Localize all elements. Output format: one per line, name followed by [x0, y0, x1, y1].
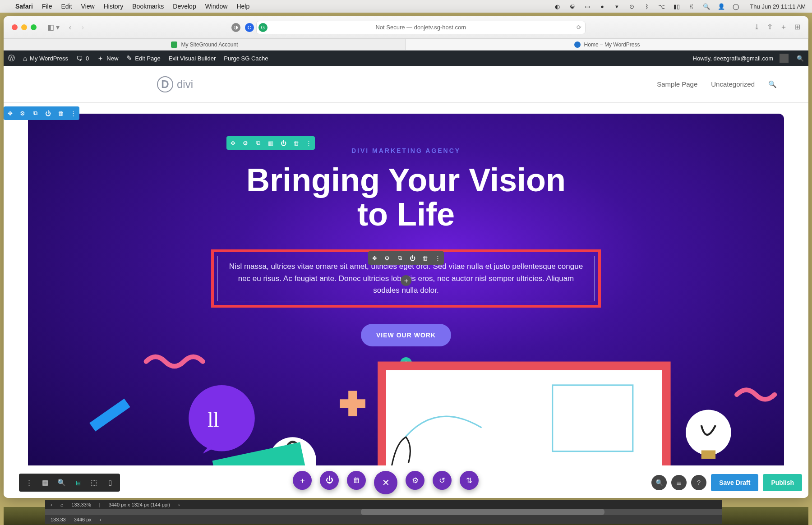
- app-name[interactable]: Safari: [15, 3, 33, 10]
- status-icon[interactable]: ◐: [554, 3, 561, 10]
- ps-scrollbar[interactable]: [45, 509, 722, 515]
- phone-view-icon[interactable]: ▯: [104, 476, 116, 489]
- bluetooth-icon[interactable]: ᛒ: [643, 3, 651, 10]
- window-controls[interactable]: [12, 24, 37, 30]
- wp-site-link[interactable]: ⌂My WordPress: [23, 55, 68, 62]
- move-icon[interactable]: ✥: [226, 136, 239, 150]
- power-icon[interactable]: ⏻: [277, 136, 290, 150]
- tablet-view-icon[interactable]: ⬚: [88, 476, 100, 489]
- menu-history[interactable]: History: [104, 3, 124, 10]
- menu-develop[interactable]: Develop: [173, 3, 196, 10]
- battery-icon[interactable]: ▮▯: [673, 3, 680, 10]
- cta-button[interactable]: VIEW OUR WORK: [361, 324, 451, 346]
- browser-tab[interactable]: Home – My WordPress: [406, 39, 808, 50]
- tab-overview-icon[interactable]: ⊞: [794, 23, 800, 32]
- nav-search-icon[interactable]: 🔍: [768, 80, 777, 88]
- trash-icon[interactable]: 🗑: [54, 106, 67, 120]
- status-icon[interactable]: ☯: [568, 3, 576, 10]
- sidebar-toggle-icon[interactable]: ◧ ▾: [47, 23, 60, 32]
- trash-icon[interactable]: 🗑: [290, 136, 302, 150]
- wp-logo[interactable]: ⓦ: [8, 54, 15, 63]
- trash-icon[interactable]: 🗑: [419, 251, 431, 265]
- duplicate-icon[interactable]: ⧉: [252, 136, 264, 150]
- back-button[interactable]: ‹: [65, 23, 75, 32]
- reload-icon[interactable]: ⟳: [577, 24, 581, 31]
- selected-text-module[interactable]: ✥ ⚙ ⧉ ⏻ 🗑 ⋮ Nisl massa, ultrices vitae o…: [208, 246, 604, 311]
- save-draft-button[interactable]: Save Draft: [711, 474, 758, 491]
- ps-nav-arrow[interactable]: ‹: [51, 502, 52, 507]
- spotlight-icon[interactable]: 🔍: [702, 3, 710, 10]
- builder-power-icon[interactable]: ⏻: [320, 471, 339, 490]
- menubar-datetime[interactable]: Thu Jun 29 11:11 AM: [750, 3, 806, 10]
- add-module-button[interactable]: ＋: [401, 275, 411, 286]
- duplicate-icon[interactable]: ⧉: [29, 106, 42, 120]
- builder-portability-icon[interactable]: ⇅: [460, 471, 479, 490]
- ps-zoom-tab[interactable]: 133.33%: [71, 502, 91, 507]
- menu-bookmarks[interactable]: Bookmarks: [132, 3, 164, 10]
- builder-add-icon[interactable]: ＋: [293, 471, 312, 490]
- ps-home-icon[interactable]: ⌂: [60, 502, 64, 507]
- power-icon[interactable]: ⏻: [406, 251, 419, 265]
- wireframe-view-icon[interactable]: ▦: [39, 476, 51, 489]
- wp-comments[interactable]: 🗨0: [76, 55, 89, 62]
- nav-sample-page[interactable]: Sample Page: [657, 80, 697, 88]
- user-icon[interactable]: 👤: [717, 3, 725, 10]
- move-icon[interactable]: ✥: [368, 251, 381, 265]
- publish-button[interactable]: Publish: [763, 474, 802, 491]
- builder-search-icon[interactable]: 🔍: [651, 475, 667, 490]
- wp-search-icon[interactable]: 🔍: [797, 55, 804, 62]
- builder-settings-icon[interactable]: ⚙: [406, 471, 424, 490]
- wp-new[interactable]: ＋New: [97, 54, 118, 63]
- builder-history-icon[interactable]: ↺: [433, 471, 452, 490]
- address-bar[interactable]: ◑ C G Not Secure — donjetv.sg-host.com ⟳: [256, 21, 586, 34]
- extension-icon[interactable]: G: [258, 23, 268, 32]
- ps-nav-arrow[interactable]: ›: [100, 517, 102, 522]
- extension-icon[interactable]: C: [245, 23, 254, 32]
- more-icon[interactable]: ⋮: [67, 106, 79, 120]
- status-icon[interactable]: ▾: [613, 3, 621, 10]
- status-icon[interactable]: ●: [598, 3, 606, 10]
- nav-uncategorized[interactable]: Uncategorized: [711, 80, 755, 88]
- browser-tab[interactable]: My SiteGround Account: [4, 39, 406, 50]
- wp-exit-visual-builder[interactable]: Exit Visual Builder: [169, 55, 216, 62]
- downloads-icon[interactable]: ⤓: [754, 23, 760, 32]
- builder-layers-icon[interactable]: ≣: [671, 475, 687, 490]
- desktop-view-icon[interactable]: 🖥: [71, 476, 84, 489]
- wp-purge-cache[interactable]: Purge SG Cache: [224, 55, 268, 62]
- gear-icon[interactable]: ⚙: [239, 136, 252, 150]
- builder-menu-icon[interactable]: ⋮: [23, 476, 35, 489]
- row-toolbar: ✥ ⚙ ⧉ ▥ ⏻ 🗑 ⋮: [226, 136, 315, 150]
- more-icon[interactable]: ⋮: [302, 136, 315, 150]
- share-icon[interactable]: ⇪: [767, 23, 773, 32]
- gear-icon[interactable]: ⚙: [381, 251, 393, 265]
- menu-window[interactable]: Window: [205, 3, 228, 10]
- ps-zoom-footer[interactable]: 133.33: [51, 517, 66, 522]
- ps-nav-arrow[interactable]: ›: [178, 502, 180, 507]
- columns-icon[interactable]: ▥: [264, 136, 277, 150]
- gear-icon[interactable]: ⚙: [16, 106, 29, 120]
- menu-view[interactable]: View: [81, 3, 95, 10]
- new-tab-icon[interactable]: ＋: [780, 23, 787, 32]
- builder-help-icon[interactable]: ?: [691, 475, 706, 490]
- divi-logo[interactable]: Ddivi: [157, 76, 193, 92]
- control-center-icon[interactable]: ⌥: [658, 3, 665, 10]
- move-icon[interactable]: ✥: [4, 106, 16, 120]
- zoom-icon[interactable]: 🔍: [55, 476, 68, 489]
- menu-file[interactable]: File: [42, 3, 52, 10]
- builder-trash-icon[interactable]: 🗑: [347, 471, 366, 490]
- wp-edit-page[interactable]: ✎Edit Page: [126, 54, 160, 62]
- power-icon[interactable]: ⏻: [42, 106, 54, 120]
- more-icon[interactable]: ⋮: [431, 251, 444, 265]
- wp-howdy[interactable]: Howdy, deezgrafix@gmail.com: [693, 54, 789, 63]
- wifi-icon[interactable]: ⧛: [687, 3, 695, 10]
- play-icon[interactable]: ⊙: [628, 3, 636, 10]
- ps-doc-info: 3440 px x 1324 px (144 ppi): [109, 502, 170, 507]
- menu-help[interactable]: Help: [236, 3, 249, 10]
- siri-icon[interactable]: ◯: [732, 3, 740, 10]
- duplicate-icon[interactable]: ⧉: [393, 251, 406, 265]
- builder-close-icon[interactable]: ✕: [374, 471, 397, 494]
- menu-edit[interactable]: Edit: [61, 3, 72, 10]
- privacy-shield-icon[interactable]: ◑: [231, 23, 240, 32]
- folder-icon[interactable]: ▭: [583, 3, 591, 10]
- forward-button[interactable]: ›: [78, 23, 88, 32]
